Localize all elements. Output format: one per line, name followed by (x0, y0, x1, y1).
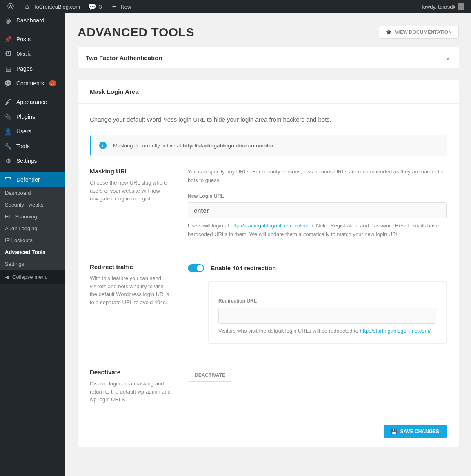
sidebar-item-appearance[interactable]: 🖌Appearance (0, 95, 65, 109)
sidebar-item-comments[interactable]: 💬Comments3 (0, 76, 65, 91)
enable-404-label: Enable 404 redirection (211, 263, 276, 273)
sidebar-item-posts[interactable]: 📌Posts (0, 32, 65, 47)
sidebar-item-label: Comments (16, 80, 44, 87)
sidebar-item-dashboard[interactable]: ◉Dashboard (0, 13, 65, 28)
defender-submenu: Dashboard Security Tweaks File Scanning … (0, 187, 65, 270)
page-title: ADVANCED TOOLS (78, 25, 194, 39)
redirect-subbox: Redirection URL Visitors who visit the d… (208, 281, 447, 344)
mask-header: Mask Login Area (78, 80, 459, 104)
comment-icon: 💬 (4, 79, 12, 87)
panel-2fa: Two Factor Authentication ⌄ (78, 47, 459, 68)
redirect-desc: With this feature you can send visitors … (90, 274, 171, 306)
site-link[interactable]: ⌂ToCreateaBlog.com (20, 0, 83, 13)
sliders-icon: ⚙ (4, 157, 12, 165)
masking-url-title: Masking URL (90, 168, 171, 175)
redirection-url-help: Visitors who visit the default login URL… (218, 327, 436, 336)
sidebar-item-label: Media (16, 51, 32, 57)
redirect-title: Redirect traffic (90, 263, 171, 270)
notice-text: Masking is currently active at http://st… (113, 142, 273, 149)
sidebar-item-media[interactable]: 🖼Media (0, 47, 65, 61)
submenu-ip-lockouts[interactable]: IP Lockouts (0, 234, 65, 246)
plug-icon: 🔌 (4, 113, 12, 121)
new-label: New (120, 4, 131, 10)
sidebar-item-label: Dashboard (16, 17, 44, 24)
sidebar-item-label: Users (16, 128, 31, 135)
new-login-url-input[interactable] (188, 202, 447, 218)
submenu-audit-logging[interactable]: Audit Logging (0, 222, 65, 234)
submenu-security-tweaks[interactable]: Security Tweaks (0, 199, 65, 211)
masking-url-intro: You can specify any URLs. For security r… (188, 168, 447, 185)
collapse-icon: ◀ (5, 274, 9, 280)
panel-mask-login: Mask Login Area Change your default Word… (78, 80, 459, 447)
book-icon: 🎓 (386, 29, 392, 35)
masking-url-desc: Choose the new URL slug where users of y… (90, 179, 171, 203)
admin-top-bar: ⓦ ⌂ToCreateaBlog.com 💬3 +New Howdy, tara… (0, 0, 471, 13)
wp-logo[interactable]: ⓦ (3, 0, 18, 13)
sidebar-item-label: Posts (16, 36, 31, 42)
sidebar-item-tools[interactable]: 🔧Tools (0, 139, 65, 153)
mask-active-notice: i Masking is currently active at http://… (90, 135, 447, 156)
deactivate-desc: Disable login area masking and return to… (90, 380, 171, 404)
admin-sidebar: ◉Dashboard 📌Posts 🖼Media ▤Pages 💬Comment… (0, 13, 65, 476)
login-url-link[interactable]: http://startingablogonline.com/enter (231, 222, 313, 229)
sidebar-item-label: Plugins (16, 113, 35, 120)
sidebar-item-users[interactable]: 👤Users (0, 124, 65, 139)
deactivate-title: Deactivate (90, 369, 171, 376)
comment-count: 3 (99, 4, 102, 10)
avatar (458, 3, 464, 10)
enable-404-toggle[interactable] (188, 264, 204, 272)
sidebar-item-defender[interactable]: 🛡Defender (0, 172, 65, 187)
wrench-icon: 🔧 (4, 142, 12, 150)
comment-badge: 3 (49, 80, 56, 86)
page-icon: ▤ (4, 65, 12, 73)
account-menu[interactable]: Howdy, tarasdk (416, 0, 468, 13)
collapse-label: Collapse menu (12, 274, 48, 280)
submenu-advanced-tools[interactable]: Advanced Tools (0, 246, 65, 258)
howdy-text: Howdy, tarasdk (419, 4, 455, 10)
save-icon: 💾 (391, 429, 397, 434)
sidebar-item-pages[interactable]: ▤Pages (0, 61, 65, 76)
new-login-url-help: Users will login at http://startingablog… (188, 222, 447, 239)
redirection-url-input[interactable] (218, 308, 436, 324)
view-documentation-button[interactable]: 🎓VIEW DOCUMENTATION (379, 26, 459, 39)
sidebar-item-plugins[interactable]: 🔌Plugins (0, 109, 65, 124)
new-content[interactable]: +New (107, 0, 134, 13)
save-changes-button[interactable]: 💾SAVE CHANGES (384, 425, 447, 438)
deactivate-button[interactable]: DEACTIVATE (188, 369, 232, 382)
main-content: ADVANCED TOOLS 🎓VIEW DOCUMENTATION Two F… (65, 13, 471, 476)
mask-intro: Change your default WordPress login URL … (90, 116, 447, 123)
panel-2fa-title: Two Factor Authentication (86, 54, 162, 61)
shield-icon: 🛡 (4, 176, 12, 184)
plus-icon: + (110, 2, 118, 11)
site-name: ToCreateaBlog.com (33, 4, 80, 10)
home-icon: ⌂ (23, 2, 31, 11)
save-label: SAVE CHANGES (400, 429, 439, 434)
panel-2fa-toggle[interactable]: Two Factor Authentication ⌄ (78, 47, 459, 68)
media-icon: 🖼 (4, 50, 12, 58)
pin-icon: 📌 (4, 35, 12, 43)
submenu-settings[interactable]: Settings (0, 258, 65, 270)
sidebar-item-settings[interactable]: ⚙Settings (0, 153, 65, 168)
dashboard-icon: ◉ (4, 16, 12, 24)
sidebar-item-label: Settings (16, 158, 37, 164)
new-login-url-label: New Login URL (188, 192, 447, 200)
comments-bubble[interactable]: 💬3 (85, 0, 105, 13)
sidebar-item-label: Defender (16, 176, 40, 183)
wordpress-icon: ⓦ (7, 2, 15, 11)
sidebar-item-label: Pages (16, 65, 33, 72)
collapse-menu[interactable]: ◀Collapse menu (0, 270, 65, 284)
brush-icon: 🖌 (4, 98, 12, 106)
user-icon: 👤 (4, 127, 12, 136)
chevron-down-icon: ⌄ (445, 54, 451, 61)
doc-btn-label: VIEW DOCUMENTATION (395, 29, 452, 35)
submenu-file-scanning[interactable]: File Scanning (0, 211, 65, 222)
sidebar-item-label: Tools (16, 143, 30, 149)
info-icon: i (99, 142, 107, 149)
comment-icon: 💬 (88, 2, 96, 11)
redirection-url-label: Redirection URL (218, 297, 436, 305)
redirection-url-link[interactable]: http://startingablogonline.com/ (360, 328, 431, 334)
sidebar-item-label: Appearance (16, 99, 47, 105)
submenu-dashboard[interactable]: Dashboard (0, 187, 65, 199)
